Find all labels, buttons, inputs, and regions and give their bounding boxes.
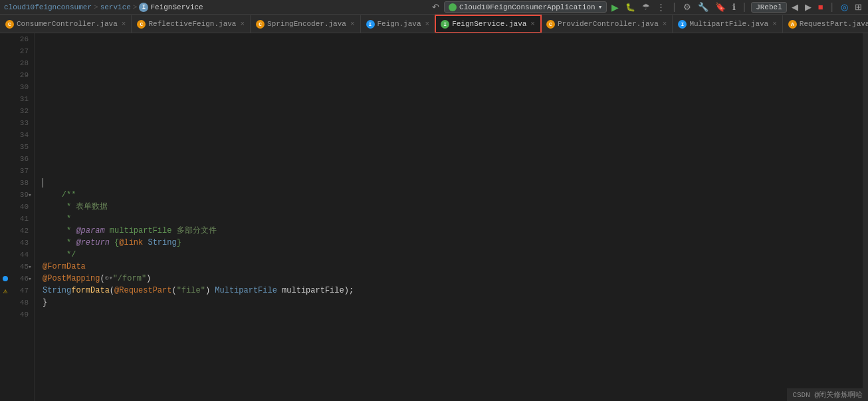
- code-line-44: */: [35, 249, 863, 261]
- run-config-chevron: ▾: [598, 3, 603, 11]
- tab-bar: CConsumerController.java×CReflectiveFeig…: [0, 15, 868, 33]
- toolbar-icon-2[interactable]: 🔧: [696, 1, 710, 13]
- code-line-49: [35, 309, 863, 321]
- line-number-gutter: 2627282930313233343536373839▾40414243444…: [0, 33, 35, 401]
- tab-label-reflective: ReflectiveFeign.java: [148, 20, 236, 28]
- gutter-line-34: 34: [0, 129, 34, 141]
- code-line-47: String formData(@RequestPart("file") Mul…: [35, 285, 863, 297]
- tab-icon-multipartfile: I: [678, 20, 687, 29]
- tab-close-reflective[interactable]: ×: [240, 20, 245, 28]
- gutter-line-27: 27: [0, 45, 34, 57]
- extra-icon[interactable]: ◎: [839, 1, 850, 13]
- gutter-line-37: 37: [0, 165, 34, 177]
- line-number-43: 43: [20, 239, 29, 247]
- code-line-45: @FormData: [35, 261, 863, 273]
- more-run-button[interactable]: ⋮: [655, 1, 667, 13]
- breadcrumb-folder[interactable]: service: [100, 3, 131, 11]
- gutter-line-44: 44: [0, 249, 34, 261]
- code-line-31: [35, 93, 863, 105]
- tab-springencoder[interactable]: CSpringEncoder.java×: [251, 15, 360, 33]
- gutter-line-41: 41: [0, 213, 34, 225]
- jrebel-badge[interactable]: JRebel: [751, 2, 787, 13]
- fold-icon-45[interactable]: ▾: [26, 263, 34, 271]
- jrebel-prev[interactable]: ◀: [790, 1, 800, 13]
- tab-label-providercontroller: ProviderController.java: [558, 20, 659, 28]
- code-line-42: * @param multipartFile 多部分文件: [35, 225, 863, 237]
- fold-icon-46[interactable]: ▾: [26, 275, 34, 283]
- gutter-line-49: 49: [0, 309, 34, 321]
- toolbar-icon-4[interactable]: ℹ: [730, 1, 738, 13]
- line-number-41: 41: [20, 215, 29, 223]
- watermark: CSDN @闭关修炼啊哈: [787, 388, 868, 401]
- run-config-label: Cloud10FeignConsumerApplication: [459, 3, 596, 11]
- tab-close-feignservice[interactable]: ×: [530, 20, 535, 28]
- gutter-marker-blue-46: [1, 275, 9, 283]
- gutter-line-39: 39▾: [0, 189, 34, 201]
- extra-icon-2[interactable]: ⊞: [853, 1, 864, 13]
- code-line-33: [35, 117, 863, 129]
- tab-label-springencoder: SpringEncoder.java: [267, 20, 346, 28]
- line-number-47: 47: [20, 287, 29, 295]
- breadcrumb-sep1: >: [94, 3, 98, 11]
- gutter-line-48: 48: [0, 297, 34, 309]
- tab-consumer[interactable]: CConsumerController.java×: [0, 15, 132, 33]
- tab-label-feignservice: FeignService.java: [452, 20, 526, 28]
- fold-icon-39[interactable]: ▾: [26, 191, 34, 199]
- code-line-26: [35, 33, 863, 45]
- gutter-line-35: 35: [0, 141, 34, 153]
- run-button[interactable]: ▶: [609, 1, 621, 13]
- tab-close-feign[interactable]: ×: [425, 20, 430, 28]
- line-number-40: 40: [20, 203, 29, 211]
- tab-icon-providercontroller: C: [546, 20, 555, 29]
- tab-requestpart[interactable]: ARequestPart.java×: [783, 15, 868, 33]
- tab-reflective[interactable]: CReflectiveFeign.java×: [132, 15, 251, 33]
- tab-close-multipartfile[interactable]: ×: [772, 20, 777, 28]
- code-line-37: [35, 165, 863, 177]
- tab-providercontroller[interactable]: CProviderController.java×: [541, 15, 673, 33]
- code-line-27: [35, 45, 863, 57]
- code-line-41: *: [35, 213, 863, 225]
- tab-feign[interactable]: IFeign.java×: [361, 15, 436, 33]
- code-line-28: [35, 57, 863, 69]
- tab-close-consumer[interactable]: ×: [122, 20, 126, 28]
- scrollbar-right[interactable]: [863, 33, 868, 401]
- run-config-dropdown[interactable]: Cloud10FeignConsumerApplication ▾: [444, 1, 607, 13]
- line-number-33: 33: [20, 119, 29, 127]
- tab-icon-springencoder: C: [256, 20, 265, 29]
- text-cursor: [43, 178, 43, 188]
- tab-icon-feignservice: I: [441, 20, 449, 29]
- breadcrumb-file: FeignService: [150, 3, 203, 11]
- tab-label-feign: Feign.java: [378, 20, 421, 28]
- line-number-36: 36: [20, 155, 29, 163]
- code-line-48: }: [35, 297, 863, 309]
- coverage-button[interactable]: ☂: [640, 1, 652, 13]
- tab-feignservice[interactable]: IFeignService.java×: [435, 15, 541, 33]
- breadcrumb-sep2: >: [133, 3, 138, 11]
- gutter-line-29: 29: [0, 69, 34, 81]
- jrebel-stop[interactable]: ■: [816, 1, 825, 13]
- tab-close-providercontroller[interactable]: ×: [663, 20, 667, 28]
- tab-multipartfile[interactable]: IMultipartFile.java×: [673, 15, 782, 33]
- toolbar-icon-3[interactable]: 🔖: [713, 1, 728, 13]
- code-line-35: [35, 141, 863, 153]
- gutter-line-31: 31: [0, 93, 34, 105]
- code-line-38: [35, 177, 863, 189]
- revert-button[interactable]: ↶: [430, 1, 441, 13]
- toolbar-icon-1[interactable]: ⚙: [681, 1, 693, 13]
- feignservice-icon: I: [139, 3, 148, 12]
- code-line-40: * 表单数据: [35, 201, 863, 213]
- tab-close-springencoder[interactable]: ×: [350, 20, 355, 28]
- top-bar: cloud10feignconsumer > service > I Feign…: [0, 0, 868, 15]
- gutter-line-38: 38: [0, 177, 34, 189]
- line-number-42: 42: [20, 227, 29, 235]
- code-line-43: * @return {@link String}: [35, 237, 863, 249]
- breadcrumb-project[interactable]: cloud10feignconsumer: [4, 3, 92, 11]
- tab-icon-requestpart: A: [788, 20, 797, 29]
- debug-button[interactable]: 🐛: [623, 2, 637, 13]
- gutter-line-46: 46▾: [0, 273, 34, 285]
- code-line-30: [35, 81, 863, 93]
- jrebel-next[interactable]: ▶: [803, 1, 814, 13]
- gutter-line-43: 43: [0, 237, 34, 249]
- gutter-line-40: 40: [0, 201, 34, 213]
- code-content[interactable]: /** * 表单数据 * * @param multipartFile 多部分文…: [35, 33, 863, 401]
